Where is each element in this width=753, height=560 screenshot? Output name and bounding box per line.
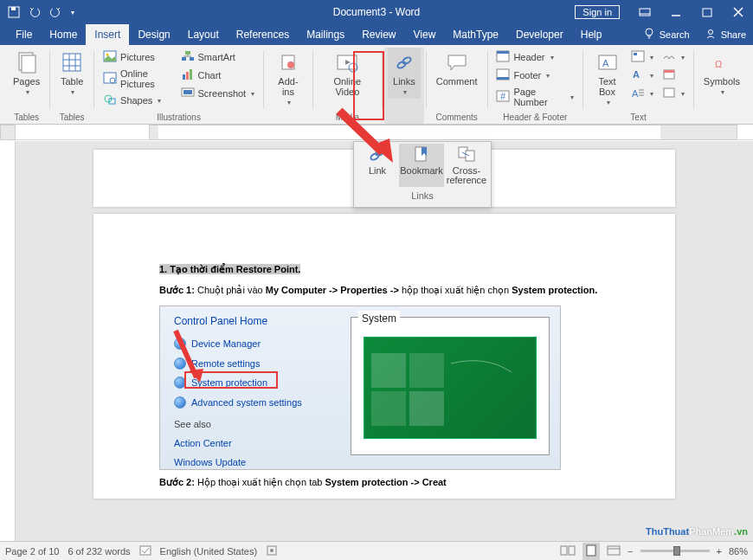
svg-rect-58: [569, 546, 575, 555]
doc-step1: Bước 1: Chuột phải vào My Computer -> Pr…: [159, 283, 609, 298]
chart-button[interactable]: Chart: [179, 68, 257, 83]
tab-review[interactable]: Review: [353, 24, 404, 45]
spellcheck-icon[interactable]: [139, 544, 151, 558]
date-time-icon: [662, 68, 676, 82]
svg-rect-32: [497, 77, 509, 80]
svg-rect-43: [664, 88, 674, 97]
link-icon: [368, 145, 387, 164]
ribbon: Pages ▾ Tables Table ▾ Tables Pictures O…: [0, 45, 753, 125]
online-video-icon: [335, 50, 359, 74]
online-pictures-button[interactable]: Online Pictures: [101, 68, 173, 90]
view-web-icon[interactable]: [607, 544, 621, 558]
svg-rect-37: [632, 51, 644, 61]
system-box: System: [351, 317, 550, 455]
links-icon: [392, 50, 416, 74]
tell-me-search[interactable]: Search: [660, 29, 690, 40]
svg-point-4: [646, 29, 653, 35]
close-icon[interactable]: [724, 0, 753, 24]
tab-home[interactable]: Home: [41, 24, 86, 45]
shapes-button[interactable]: Shapes▾: [101, 93, 173, 108]
view-print-icon[interactable]: [582, 543, 600, 560]
svg-rect-18: [183, 74, 185, 80]
macro-record-icon[interactable]: [266, 544, 278, 558]
tab-insert[interactable]: Insert: [86, 24, 129, 45]
cross-reference-button[interactable]: Cross-reference: [444, 144, 489, 187]
object-button[interactable]: ▾: [660, 86, 686, 101]
zoom-level[interactable]: 86%: [729, 546, 748, 557]
footer-icon: [496, 68, 510, 82]
pages-button[interactable]: Pages ▾: [9, 48, 44, 99]
view-read-icon[interactable]: [560, 544, 576, 558]
page-number-button[interactable]: #Page Number▾: [494, 86, 576, 108]
pictures-button[interactable]: Pictures: [101, 49, 173, 65]
svg-rect-48: [409, 391, 444, 426]
text-box-icon: A: [595, 50, 620, 74]
qat-dropdown-icon[interactable]: ▾: [71, 9, 74, 16]
status-page[interactable]: Page 2 of 10: [5, 546, 59, 557]
svg-rect-30: [497, 51, 509, 54]
doc-step2: Bước 2: Hộp thoại xuất hiện chọn tab Sys…: [159, 475, 609, 490]
undo-icon[interactable]: [28, 5, 42, 19]
tab-layout[interactable]: Layout: [179, 24, 228, 45]
zoom-out-icon[interactable]: −: [628, 546, 633, 557]
online-video-button[interactable]: Online Video: [319, 48, 376, 100]
cp-windows-update: Windows Update: [160, 453, 560, 473]
header-button[interactable]: Header▾: [494, 49, 576, 65]
tab-help[interactable]: Help: [572, 24, 611, 45]
drop-cap-button[interactable]: A▾: [629, 86, 655, 101]
comment-button[interactable]: Comment: [432, 48, 482, 89]
signature-line-button[interactable]: ▾: [660, 49, 686, 65]
cross-reference-icon: [457, 145, 476, 164]
sign-in-button[interactable]: Sign in: [575, 5, 620, 19]
links-button[interactable]: Links ▾: [388, 48, 421, 99]
system-image: [364, 337, 537, 439]
minimize-icon[interactable]: [661, 0, 691, 24]
table-button[interactable]: Table ▾: [55, 48, 88, 99]
status-bar: Page 2 of 10 6 of 232 words English (Uni…: [0, 541, 753, 560]
status-language[interactable]: English (United States): [160, 546, 258, 557]
ribbon-display-icon[interactable]: [630, 0, 660, 24]
zoom-in-icon[interactable]: +: [717, 546, 722, 557]
tab-file[interactable]: File: [7, 24, 41, 45]
svg-rect-16: [182, 57, 186, 61]
tab-design[interactable]: Design: [129, 24, 178, 45]
footer-button[interactable]: Footer▾: [494, 68, 576, 83]
vertical-ruler[interactable]: [0, 141, 16, 541]
link-button[interactable]: Link: [356, 144, 399, 187]
bookmark-button[interactable]: Bookmark: [399, 144, 444, 187]
wordart-button[interactable]: A▾: [629, 68, 655, 83]
smartart-icon: [181, 50, 195, 64]
svg-rect-7: [22, 55, 35, 73]
screenshot-button[interactable]: Screenshot▾: [179, 86, 257, 101]
tab-developer[interactable]: Developer: [507, 24, 572, 45]
svg-text:A: A: [632, 88, 639, 99]
svg-rect-3: [703, 9, 711, 16]
share-button[interactable]: Share: [721, 29, 746, 40]
svg-text:Ω: Ω: [715, 59, 722, 69]
svg-rect-1: [11, 7, 16, 10]
date-time-button[interactable]: [660, 68, 686, 83]
tab-view[interactable]: View: [405, 24, 445, 45]
addins-button[interactable]: Add-ins ▾: [269, 48, 307, 109]
document-page[interactable]: 1. Tạo thời điểm Restore Point. Bước 1: …: [93, 214, 675, 499]
smartart-button[interactable]: SmartArt: [179, 49, 257, 65]
svg-rect-57: [561, 546, 567, 555]
tab-mathtype[interactable]: MathType: [444, 24, 507, 45]
title-bar: ▾ Document3 - Word Sign in: [0, 0, 753, 24]
horizontal-ruler[interactable]: [0, 125, 753, 140]
save-icon[interactable]: [7, 5, 21, 19]
page-number-icon: #: [496, 90, 510, 104]
table-icon: [60, 50, 84, 74]
svg-rect-17: [190, 57, 194, 61]
text-box-button[interactable]: A Text Box ▾: [589, 48, 626, 109]
svg-point-56: [270, 549, 274, 552]
symbols-button[interactable]: Ω Symbols ▾: [699, 48, 744, 99]
status-words[interactable]: 6 of 232 words: [68, 546, 130, 557]
maximize-icon[interactable]: [692, 0, 722, 24]
tab-mailings[interactable]: Mailings: [298, 24, 353, 45]
svg-point-24: [287, 61, 294, 68]
zoom-slider[interactable]: [640, 550, 710, 552]
redo-icon[interactable]: [48, 5, 62, 19]
quick-parts-button[interactable]: ▾: [629, 49, 655, 65]
tab-references[interactable]: References: [228, 24, 298, 45]
